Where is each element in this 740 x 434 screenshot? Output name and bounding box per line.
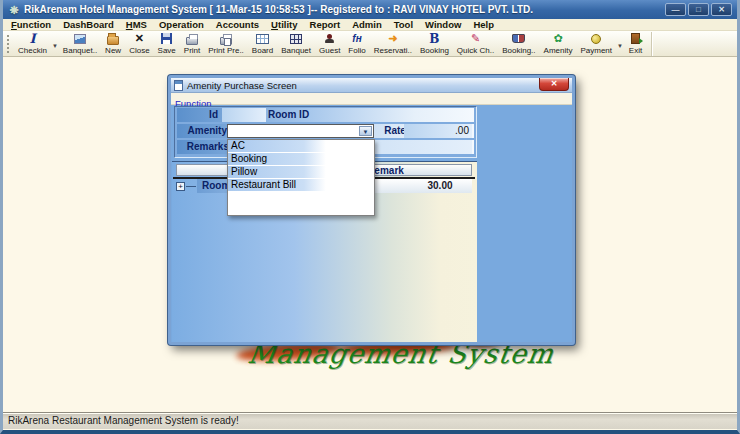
toolbar-label: Banquet bbox=[281, 46, 311, 55]
guest-person-icon bbox=[322, 32, 337, 45]
dropdown-option-booking[interactable]: Booking bbox=[228, 153, 374, 166]
reservation-arrow-icon: ➜ bbox=[385, 32, 400, 45]
amenity-purchase-dialog: Amenity Purchase Screen ✕ Function Id Ro… bbox=[168, 75, 575, 345]
toolbar-label: Folio bbox=[348, 46, 365, 55]
toolbar-reservation-button[interactable]: ➜ Reservati.. bbox=[370, 31, 416, 56]
toolbar-booking-ellipsis-button[interactable]: Booking.. bbox=[498, 31, 539, 56]
toolbar-guest-button[interactable]: Guest bbox=[315, 31, 344, 56]
exit-door-icon bbox=[631, 33, 640, 44]
close-x-icon: ✕ bbox=[132, 32, 147, 45]
toolbar-label: New bbox=[105, 46, 121, 55]
toolbar-exit-button[interactable]: Exit bbox=[624, 31, 647, 56]
menu-item-operation[interactable]: Operation bbox=[153, 19, 210, 31]
menu-item-report[interactable]: Report bbox=[304, 19, 347, 31]
toolbar: I Checkin ▼ Banquet.. New ✕ Close Save P… bbox=[3, 31, 737, 57]
toolbar-quick-check-button[interactable]: ✎ Quick Ch.. bbox=[453, 31, 498, 56]
toolbar-close-button[interactable]: ✕ Close bbox=[125, 31, 153, 56]
close-icon[interactable]: ✕ bbox=[711, 3, 732, 16]
toolbar-label: Close bbox=[129, 46, 149, 55]
client-area: Management System Amenity Purchase Scree… bbox=[3, 57, 737, 412]
status-bar: RikArena Restaurant Management System is… bbox=[3, 412, 737, 429]
room-id-label: Room ID bbox=[268, 108, 309, 122]
toolbar-label: Amenity bbox=[544, 46, 573, 55]
toolbar-banquet-ellipsis-button[interactable]: Banquet.. bbox=[59, 31, 101, 56]
toolbar-label: Exit bbox=[629, 46, 642, 55]
expand-plus-icon[interactable]: + bbox=[176, 182, 185, 191]
grid-row-value: 30.00 bbox=[410, 179, 470, 193]
printer-icon bbox=[186, 37, 198, 45]
window-titlebar: ❋ RikArenam Hotel Management System [ 11… bbox=[3, 0, 737, 19]
booking-b-icon: B bbox=[427, 32, 442, 45]
toolbar-payment-button[interactable]: Payment bbox=[576, 31, 616, 56]
app-window: ❋ RikArenam Hotel Management System [ 11… bbox=[0, 0, 740, 434]
toolbar-label: Booking bbox=[420, 46, 449, 55]
dialog-titlebar: Amenity Purchase Screen ✕ bbox=[171, 78, 572, 93]
toolbar-print-preview-button[interactable]: Print Pre.. bbox=[204, 31, 248, 56]
menu-item-function[interactable]: Function bbox=[5, 19, 57, 31]
toolbar-checkin-button[interactable]: I Checkin bbox=[14, 31, 51, 56]
combo-dropdown-arrow-icon[interactable]: ▼ bbox=[359, 126, 372, 136]
id-field[interactable] bbox=[222, 108, 266, 122]
checkin-icon: I bbox=[25, 32, 40, 45]
form-row-id: Id Room ID bbox=[177, 108, 474, 122]
toolbar-print-button[interactable]: Print bbox=[180, 31, 204, 56]
toolbar-grip[interactable] bbox=[7, 35, 9, 53]
menu-item-hms[interactable]: HMS bbox=[120, 19, 153, 31]
window-controls: — □ ✕ bbox=[663, 3, 732, 16]
dialog-close-icon[interactable]: ✕ bbox=[539, 78, 569, 91]
toolbar-label: Print bbox=[184, 46, 200, 55]
status-text: RikArena Restaurant Management System is… bbox=[8, 415, 239, 426]
menu-item-accounts[interactable]: Accounts bbox=[210, 19, 265, 31]
maximize-icon[interactable]: □ bbox=[688, 3, 709, 16]
dropdown-option-pillow[interactable]: Pillow bbox=[228, 166, 374, 179]
quick-check-icon: ✎ bbox=[468, 32, 483, 45]
remarks-label: Remarks bbox=[177, 140, 229, 154]
amenity-dropdown-list: AC Booking Pillow Restaurant Bill bbox=[227, 139, 375, 216]
toolbar-label: Checkin bbox=[18, 46, 47, 55]
window-title: RikArenam Hotel Management System [ 11-M… bbox=[24, 4, 533, 15]
menu-item-admin[interactable]: Admin bbox=[346, 19, 388, 31]
menu-item-window[interactable]: Window bbox=[419, 19, 467, 31]
tree-connector bbox=[186, 186, 196, 187]
board-table-icon bbox=[256, 34, 269, 44]
minimize-icon[interactable]: — bbox=[665, 3, 686, 16]
amenity-label: Amenity bbox=[181, 124, 227, 138]
save-floppy-icon bbox=[161, 33, 172, 44]
toolbar-label: Guest bbox=[319, 46, 340, 55]
print-preview-icon bbox=[220, 37, 232, 45]
toolbar-board-button[interactable]: Board bbox=[248, 31, 277, 56]
dialog-body: Id Room ID Amenity ▼ Rate .00 Remarks bbox=[171, 105, 572, 342]
id-label: Id bbox=[177, 108, 218, 122]
rate-field[interactable]: .00 bbox=[404, 124, 472, 138]
toolbar-folio-button[interactable]: fн Folio bbox=[344, 31, 369, 56]
dialog-menu-bar: Function bbox=[171, 93, 572, 105]
new-folder-icon bbox=[107, 36, 119, 45]
folio-icon: fн bbox=[350, 32, 365, 45]
dropdown-option-restaurant-bill[interactable]: Restaurant Bill bbox=[228, 179, 374, 192]
dialog-icon bbox=[174, 80, 183, 91]
toolbar-label: Board bbox=[252, 46, 273, 55]
payment-coin-icon bbox=[591, 34, 601, 44]
toolbar-label: Banquet.. bbox=[63, 46, 97, 55]
menu-item-dashboard[interactable]: DashBoard bbox=[57, 19, 120, 31]
toolbar-amenity-button[interactable]: ✿ Amenity bbox=[540, 31, 577, 56]
menu-item-help[interactable]: Help bbox=[467, 19, 500, 31]
toolbar-divider bbox=[651, 32, 652, 56]
toolbar-banquet-button[interactable]: Banquet bbox=[277, 31, 315, 56]
menu-item-utility[interactable]: Utility bbox=[265, 19, 303, 31]
toolbar-label: Print Pre.. bbox=[208, 46, 244, 55]
toolbar-new-button[interactable]: New bbox=[101, 31, 125, 56]
dialog-title: Amenity Purchase Screen bbox=[187, 80, 297, 91]
banquet-grid-icon bbox=[290, 34, 302, 44]
dropdown-option-ac[interactable]: AC bbox=[228, 140, 374, 153]
toolbar-save-button[interactable]: Save bbox=[154, 31, 180, 56]
amenity-icon: ✿ bbox=[551, 32, 566, 45]
toolbar-label: Payment bbox=[580, 46, 612, 55]
menu-item-tool[interactable]: Tool bbox=[388, 19, 419, 31]
toolbar-label: Quick Ch.. bbox=[457, 46, 494, 55]
checkin-dropdown-arrow-icon[interactable]: ▼ bbox=[52, 39, 58, 49]
toolbar-label: Save bbox=[158, 46, 176, 55]
toolbar-booking-button[interactable]: B Booking bbox=[416, 31, 453, 56]
amenity-combobox[interactable]: ▼ bbox=[227, 124, 374, 138]
payment-dropdown-arrow-icon[interactable]: ▼ bbox=[617, 39, 623, 49]
